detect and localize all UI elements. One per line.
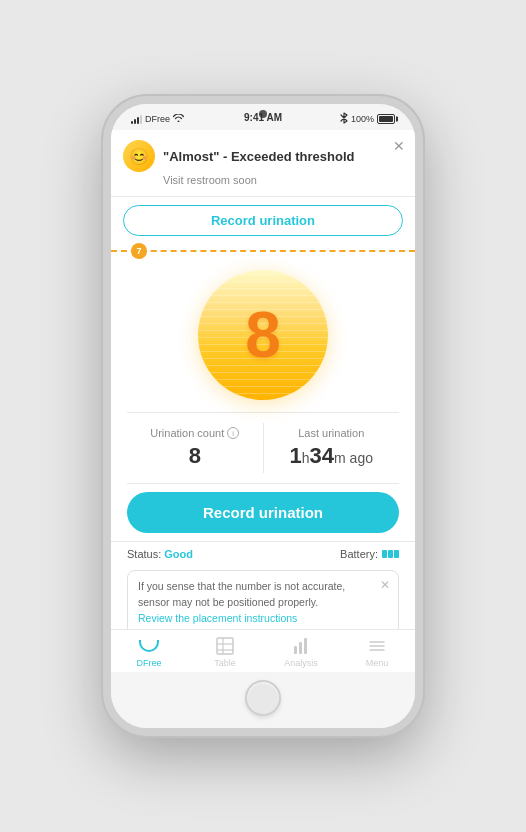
battery-mini-icon (382, 550, 399, 558)
status-row: Status: Good Battery: (111, 541, 415, 566)
gauge-container: 8 (111, 262, 415, 404)
battery-label: Battery: (340, 548, 378, 560)
notification-emoji: 😊 (123, 140, 155, 172)
svg-rect-4 (294, 646, 297, 654)
phone-frame: DFree 9:41 AM 100% (103, 96, 423, 736)
notification-close-button[interactable]: ✕ (393, 138, 405, 154)
status-right: 100% (340, 112, 395, 126)
notification-title: "Almost" - Exceeded threshold (163, 149, 354, 164)
battery-percent: 100% (351, 114, 374, 124)
urination-count-label: Urination count i (135, 427, 255, 439)
status-left: DFree (131, 114, 184, 124)
nav-item-dfree[interactable]: DFree (111, 636, 187, 668)
status-bar: DFree 9:41 AM 100% (111, 104, 415, 130)
min-value: 34 (310, 443, 334, 468)
analysis-nav-icon (292, 636, 310, 656)
battery-icon (377, 114, 395, 124)
record-urination-outline-button[interactable]: Record urination (123, 205, 403, 236)
dfree-icon-shape (139, 640, 159, 652)
gauge-number: 8 (245, 303, 281, 367)
main-content: 7 8 Urination count i 8 (111, 240, 415, 629)
hour-value: 1 (290, 443, 302, 468)
signal-bars (131, 115, 142, 124)
min-unit: m ago (334, 450, 373, 466)
threshold-arrow (137, 254, 145, 259)
phone-screen: 😊 "Almost" - Exceeded threshold Visit re… (111, 130, 415, 672)
menu-nav-label: Menu (366, 658, 389, 668)
table-nav-label: Table (214, 658, 236, 668)
notification-header: 😊 "Almost" - Exceeded threshold (123, 140, 403, 172)
record-urination-filled-button[interactable]: Record urination (127, 492, 399, 533)
hour-unit: h (302, 450, 310, 466)
stats-row: Urination count i 8 Last urination 1h34m… (127, 412, 399, 484)
nav-item-menu[interactable]: Menu (339, 636, 415, 668)
last-urination-value: 1h34m ago (272, 443, 392, 469)
status-text: Status: Good (127, 548, 193, 560)
analysis-nav-label: Analysis (284, 658, 318, 668)
status-value: Good (164, 548, 193, 560)
table-nav-icon (216, 636, 234, 656)
svg-rect-0 (217, 638, 233, 654)
urination-count-stat: Urination count i 8 (127, 423, 264, 473)
threshold-line (111, 250, 415, 252)
menu-nav-icon (368, 636, 386, 656)
bluetooth-icon (340, 112, 348, 126)
svg-rect-6 (304, 638, 307, 654)
dfree-nav-icon (139, 636, 159, 656)
status-time: 9:41 AM (244, 112, 282, 123)
warning-box: If you sense that the number is not accu… (127, 570, 399, 629)
threshold-area: 7 (111, 240, 415, 262)
battery-fill (379, 116, 393, 122)
info-icon[interactable]: i (227, 427, 239, 439)
last-urination-stat: Last urination 1h34m ago (264, 423, 400, 473)
nav-item-analysis[interactable]: Analysis (263, 636, 339, 668)
placement-instructions-link[interactable]: Review the placement instructions (138, 612, 297, 624)
warning-close-button[interactable]: ✕ (380, 576, 390, 594)
carrier-name: DFree (145, 114, 170, 124)
warning-text: If you sense that the number is not accu… (138, 580, 345, 608)
notification-banner: 😊 "Almost" - Exceeded threshold Visit re… (111, 130, 415, 197)
status-label: Status: (127, 548, 161, 560)
svg-rect-5 (299, 642, 302, 654)
last-urination-label: Last urination (272, 427, 392, 439)
notification-subtitle: Visit restroom soon (163, 174, 403, 186)
urination-count-value: 8 (135, 443, 255, 469)
gauge-circle: 8 (198, 270, 328, 400)
home-button[interactable] (245, 680, 281, 716)
wifi-icon (173, 114, 184, 124)
bottom-nav: DFree Table (111, 629, 415, 672)
nav-item-table[interactable]: Table (187, 636, 263, 668)
phone-bottom (111, 672, 415, 728)
dfree-nav-label: DFree (136, 658, 161, 668)
battery-status: Battery: (340, 548, 399, 560)
